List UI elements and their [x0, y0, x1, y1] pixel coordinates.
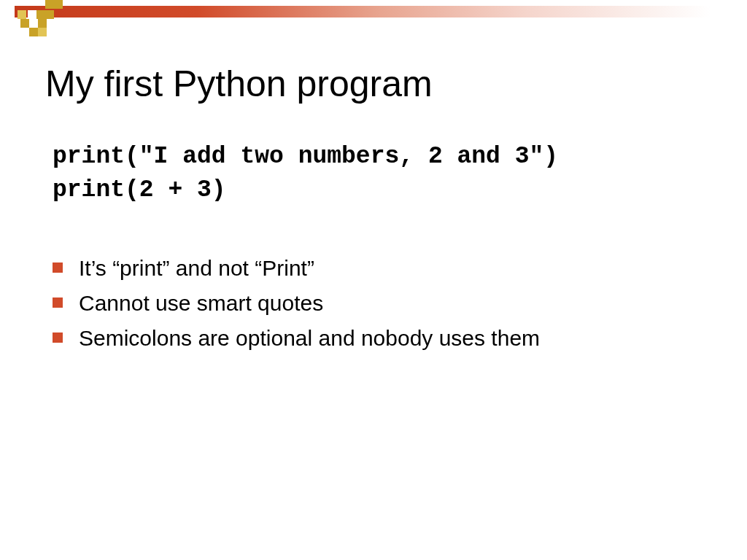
slide-content: My first Python program print("I add two… [45, 63, 718, 356]
code-line-1: print("I add two numbers, 2 and 3") [53, 140, 718, 174]
bullet-item: It’s “print” and not “Print” [53, 251, 718, 286]
header-pixel-decoration [0, 0, 73, 44]
bullet-item: Semicolons are optional and nobody uses … [53, 321, 718, 356]
bullet-list: It’s “print” and not “Print” Cannot use … [53, 251, 718, 356]
bullet-item: Cannot use smart quotes [53, 286, 718, 321]
code-block: print("I add two numbers, 2 and 3") prin… [53, 140, 718, 207]
header-gradient-bar [15, 6, 747, 18]
slide-title: My first Python program [45, 63, 718, 105]
code-line-2: print(2 + 3) [53, 174, 718, 207]
decorative-header [0, 0, 747, 23]
